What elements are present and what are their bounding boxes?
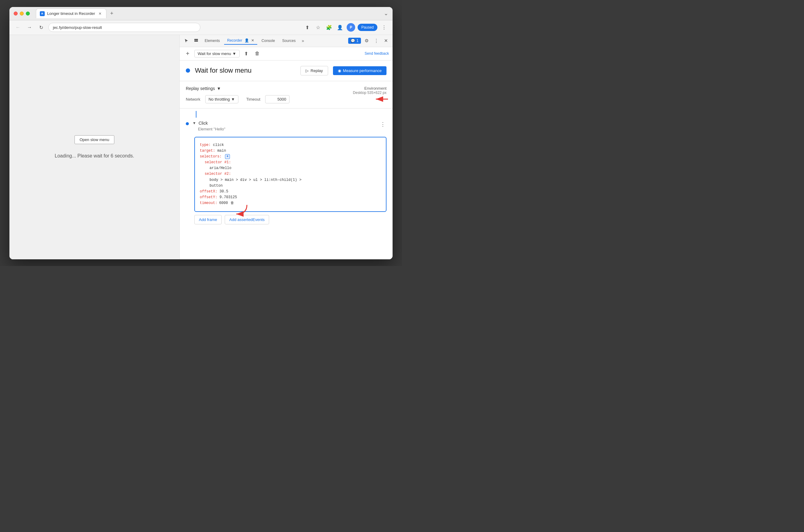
add-frame-button[interactable]: Add frame xyxy=(194,215,222,224)
add-recording-button[interactable]: + xyxy=(183,49,192,58)
code-selector1-val: aria/Hello xyxy=(209,166,231,170)
tab-sources[interactable]: Sources xyxy=(279,37,299,44)
cursor-tool-icon[interactable] xyxy=(182,37,191,45)
settings-row-wrapper: Network No throttling ▼ Timeout xyxy=(186,95,387,103)
browser-more-button[interactable]: ⋮ xyxy=(380,23,388,32)
connector-line xyxy=(196,111,197,118)
extension-icon[interactable]: 🧩 xyxy=(325,23,333,32)
steps-area[interactable]: ▼ Click Element "Hello" ⋮ typ xyxy=(180,109,393,259)
red-arrow-2 xyxy=(230,202,251,217)
settings-row: Network No throttling ▼ Timeout xyxy=(186,95,387,103)
code-timeout-val: 6000 xyxy=(219,200,228,206)
chevron-down-icon: ▼ xyxy=(232,51,236,56)
address-bar: ← → ↻ jec.fyi/demo/pup-slow-result ⬆ ☆ 🧩… xyxy=(10,20,393,35)
svg-rect-1 xyxy=(194,40,198,42)
share-icon[interactable]: ⬆ xyxy=(303,23,311,32)
title-bar: R Longer timeout in Recorder ✕ + ⌄ xyxy=(10,7,393,20)
network-label: Network xyxy=(186,97,200,101)
window-chevron[interactable]: ⌄ xyxy=(384,10,388,17)
network-chevron-icon: ▼ xyxy=(231,97,235,101)
code-offsetx-val: 30.5 xyxy=(220,189,228,194)
code-selector2-val1: body > main > div > ul > li:nth-child(1)… xyxy=(209,178,301,182)
measure-performance-button[interactable]: ◉ Measure performance xyxy=(333,66,387,75)
code-target-key: target: xyxy=(200,149,215,153)
step-header: ▼ Click xyxy=(192,121,376,126)
open-slow-menu-button[interactable]: Open slow menu xyxy=(75,135,115,144)
loading-text: Loading... Please wait for 6 seconds. xyxy=(55,153,134,159)
devtools-more-button[interactable]: ⋮ xyxy=(372,37,380,45)
timeout-label: Timeout xyxy=(246,97,260,101)
profile-icon[interactable]: 👤 xyxy=(336,23,344,32)
code-timeout-key: timeout: xyxy=(200,200,218,206)
step-item: ▼ Click Element "Hello" ⋮ xyxy=(180,118,393,134)
timeout-input[interactable] xyxy=(265,95,289,103)
code-offsety-key: offsetY: xyxy=(200,195,218,200)
network-throttling-select[interactable]: No throttling ▼ xyxy=(205,95,238,103)
recording-title: Wait for slow menu xyxy=(195,66,296,75)
recording-header: Wait for slow menu ▷ Replay ◉ Measure pe… xyxy=(180,60,393,81)
minimize-traffic-light[interactable] xyxy=(20,12,24,16)
back-button[interactable]: ← xyxy=(14,23,22,32)
code-type-val: click xyxy=(213,143,224,147)
maximize-traffic-light[interactable] xyxy=(26,12,30,16)
new-tab-button[interactable]: + xyxy=(108,9,116,18)
close-traffic-light[interactable] xyxy=(14,12,18,16)
traffic-lights xyxy=(14,12,30,16)
devtools-panel: Elements Recorder 👤 ✕ Console Sources » … xyxy=(180,35,393,259)
chat-badge[interactable]: 💬 1 xyxy=(348,38,361,44)
tab-console[interactable]: Console xyxy=(259,37,278,44)
step-menu-button[interactable]: ⋮ xyxy=(379,121,387,128)
step-content: ▼ Click Element "Hello" xyxy=(192,121,376,131)
devtools-close-button[interactable]: ✕ xyxy=(381,37,390,45)
settings-icon[interactable]: ⚙ xyxy=(362,37,371,45)
code-offsety-val: 9.703125 xyxy=(220,195,237,200)
step-type: Click xyxy=(199,121,208,126)
code-block: type: click target: main selectors: R se… xyxy=(194,137,387,212)
layers-icon[interactable] xyxy=(192,37,200,45)
send-feedback-link[interactable]: Send feedback xyxy=(364,51,389,56)
selector-recorder-icon[interactable]: R xyxy=(225,154,230,159)
address-input[interactable]: jec.fyi/demo/pup-slow-result xyxy=(48,23,200,32)
avatar[interactable]: P xyxy=(347,23,355,32)
tab-close-button[interactable]: ✕ xyxy=(98,11,102,16)
trash-icon[interactable]: 🗑 xyxy=(253,49,262,58)
more-tabs-button[interactable]: » xyxy=(300,37,306,44)
devtools-tab-actions: 💬 1 ⚙ ⋮ ✕ xyxy=(348,37,390,45)
active-tab[interactable]: R Longer timeout in Recorder ✕ xyxy=(36,8,107,18)
code-selector2-val2: button xyxy=(209,184,223,188)
forward-button[interactable]: → xyxy=(25,23,34,32)
recorder-toolbar: + Wait for slow menu ▼ ⬆ 🗑 Send feedback xyxy=(180,47,393,60)
tab-title: Longer timeout in Recorder xyxy=(47,11,95,16)
main-content: Open slow menu Loading... Please wait fo… xyxy=(10,35,393,259)
code-selectors-key: selectors: xyxy=(200,154,222,159)
code-type-key: type: xyxy=(200,143,211,147)
tab-elements[interactable]: Elements xyxy=(202,37,223,44)
environment-label: Environment xyxy=(353,86,387,91)
code-actions: Add frame Add assertedEvents xyxy=(194,215,387,224)
refresh-button[interactable]: ↻ xyxy=(37,23,45,32)
step-description: Element "Hello" xyxy=(192,127,376,131)
gauge-icon: ◉ xyxy=(338,69,341,73)
replay-button[interactable]: ▷ Replay xyxy=(300,66,328,75)
code-target-val: main xyxy=(218,149,226,153)
connector-area xyxy=(180,111,393,118)
bookmark-icon[interactable]: ☆ xyxy=(314,23,322,32)
tab-bar: R Longer timeout in Recorder ✕ + xyxy=(36,8,381,18)
paused-button[interactable]: Paused xyxy=(358,24,377,31)
upload-icon[interactable]: ⬆ xyxy=(242,49,250,58)
step-expand-icon[interactable]: ▼ xyxy=(192,121,196,125)
red-arrow-1 xyxy=(373,93,391,105)
code-selector1-key: selector #1: xyxy=(205,160,231,165)
devtools-tabs: Elements Recorder 👤 ✕ Console Sources » … xyxy=(180,35,393,47)
tab-recorder[interactable]: Recorder 👤 ✕ xyxy=(224,37,257,45)
step-dot xyxy=(186,122,189,125)
recording-name-select[interactable]: Wait for slow menu ▼ xyxy=(194,50,240,57)
play-icon: ▷ xyxy=(305,69,308,73)
svg-rect-0 xyxy=(194,39,198,40)
code-offsetx-key: offsetX: xyxy=(200,189,218,194)
replay-settings: Replay settings ▼ Environment Desktop 53… xyxy=(180,81,393,109)
recording-indicator xyxy=(186,69,190,73)
code-selector2-key: selector #2: xyxy=(205,172,231,176)
browser-page: Open slow menu Loading... Please wait fo… xyxy=(10,35,180,259)
replay-settings-header[interactable]: Replay settings ▼ xyxy=(186,86,221,91)
